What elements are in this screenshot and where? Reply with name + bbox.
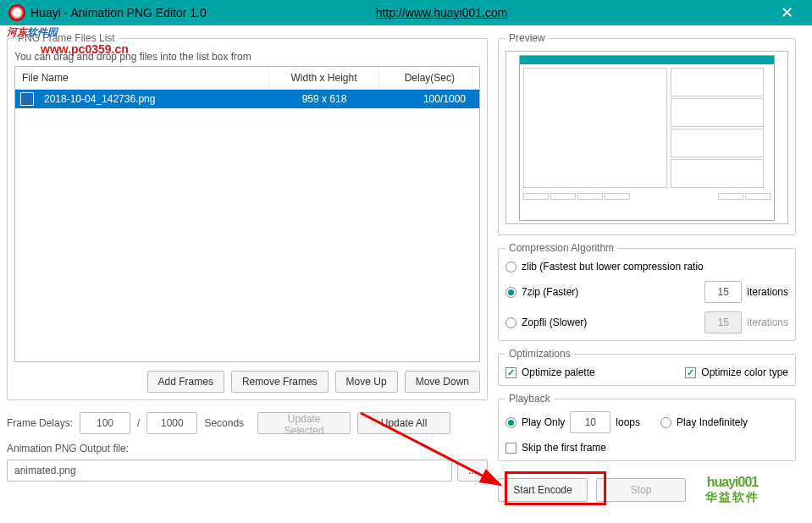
col-filename[interactable]: File Name — [15, 67, 269, 89]
zopfli-iterations-input — [704, 311, 742, 333]
7zip-iterations-input[interactable] — [704, 281, 742, 303]
optimize-palette-label: Optimize palette — [522, 366, 595, 378]
play-only-label: Play Only — [522, 416, 565, 428]
skip-first-frame-checkbox[interactable] — [505, 443, 516, 454]
browse-button[interactable]: ... — [457, 460, 488, 482]
delay-numerator-input[interactable] — [80, 412, 130, 434]
zopfli-radio[interactable] — [505, 317, 516, 328]
watermark-text: 河东软件园 — [7, 20, 58, 40]
file-icon — [20, 92, 34, 106]
frames-table[interactable]: File Name Width x Height Delay(Sec) 2018… — [14, 66, 480, 362]
optimizations-group: Optimizations Optimize palette Optimize … — [498, 348, 796, 386]
frames-group: PNG Frame Files List You can drag and dr… — [7, 32, 488, 400]
update-all-button[interactable]: Update All — [357, 412, 450, 434]
col-delay[interactable]: Delay(Sec) — [379, 67, 472, 89]
zlib-radio[interactable] — [505, 262, 516, 273]
watermark-url: www.pc0359.cn — [41, 42, 129, 56]
window-title: Huayi - Animation PNG Editor 1.0 — [30, 6, 207, 19]
compression-group: Compression Algorithm zlib (Fastest but … — [498, 242, 796, 341]
table-header: File Name Width x Height Delay(Sec) — [15, 67, 479, 90]
app-icon — [8, 4, 25, 21]
remove-frames-button[interactable]: Remove Frames — [231, 371, 329, 393]
huayi-logo: huayi001 华益软件 — [694, 473, 771, 507]
cell-delay: 100/1000 — [379, 90, 472, 108]
loops-label: loops — [616, 416, 640, 428]
playback-group: Playback Play Only loops Play Indefinite… — [498, 393, 796, 461]
titlebar: Huayi - Animation PNG Editor 1.0 http://… — [0, 0, 812, 25]
delay-denominator-input[interactable] — [146, 412, 197, 434]
loops-input[interactable] — [570, 411, 610, 433]
close-icon[interactable]: ✕ — [770, 0, 804, 25]
preview-thumbnail — [519, 55, 775, 221]
move-up-button[interactable]: Move Up — [335, 371, 398, 393]
update-selected-button[interactable]: Update Selected — [257, 412, 351, 434]
stop-button[interactable]: Stop — [596, 478, 686, 502]
optimize-color-label: Optimize color type — [701, 366, 788, 378]
cell-filename: 2018-10-04_142736.png — [37, 90, 269, 108]
col-dimensions[interactable]: Width x Height — [269, 67, 379, 89]
move-down-button[interactable]: Move Down — [405, 371, 480, 393]
7zip-iter-label: iterations — [747, 286, 788, 298]
7zip-radio[interactable] — [505, 287, 516, 298]
compression-legend: Compression Algorithm — [505, 242, 617, 254]
optimizations-legend: Optimizations — [505, 348, 574, 360]
frame-delays-label: Frame Delays: — [7, 417, 73, 429]
preview-legend: Preview — [505, 32, 549, 44]
cell-dimensions: 812 x 523 — [269, 90, 379, 108]
play-indefinitely-label: Play Indefinitely — [677, 416, 748, 428]
optimize-palette-checkbox[interactable] — [505, 367, 516, 378]
add-frames-button[interactable]: Add Frames — [147, 371, 224, 393]
start-encode-button[interactable]: Start Encode — [498, 478, 588, 502]
seconds-label: Seconds — [204, 417, 244, 429]
slash-label: / — [137, 417, 140, 429]
output-file-label: Animation PNG Output file: — [7, 443, 488, 454]
output-file-input[interactable] — [7, 460, 452, 482]
table-row[interactable]: 2018-10-04_142736.png 812 x 523 100/1000 — [15, 90, 479, 108]
frame-delays-row: Frame Delays: / Seconds Update Selected … — [7, 412, 488, 434]
play-indefinitely-radio[interactable] — [660, 417, 671, 428]
zlib-label: zlib (Fastest but lower compression rati… — [522, 261, 704, 273]
zopfli-iter-label: iterations — [747, 317, 788, 328]
playback-legend: Playback — [505, 393, 554, 405]
skip-first-frame-label: Skip the first frame — [522, 442, 606, 454]
preview-image — [505, 51, 788, 224]
optimize-color-checkbox[interactable] — [685, 367, 696, 378]
title-url[interactable]: http://www.huayi001.com — [376, 6, 508, 19]
zopfli-label: Zopfli (Slower) — [522, 317, 587, 328]
preview-group: Preview — [498, 32, 796, 235]
play-only-radio[interactable] — [505, 417, 516, 428]
7zip-label: 7zip (Faster) — [522, 286, 578, 298]
